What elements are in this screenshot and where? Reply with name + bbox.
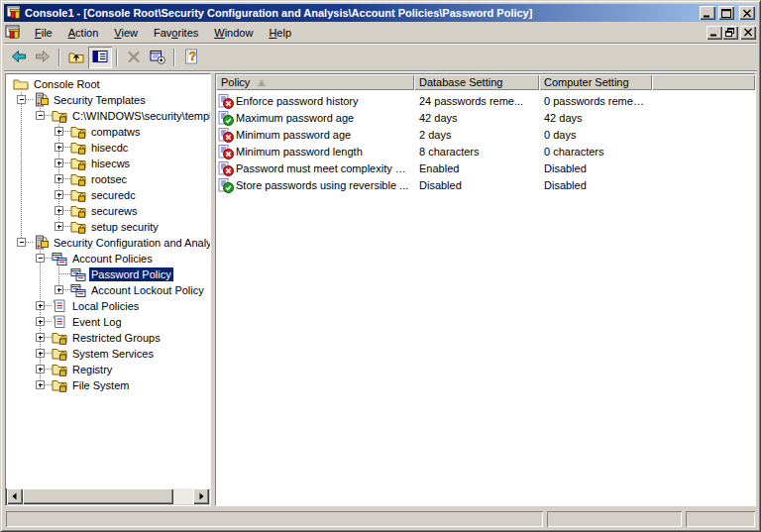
- menu-file[interactable]: File: [27, 24, 60, 42]
- tree-item-file-system[interactable]: File System: [6, 377, 210, 393]
- tree-item-restricted-groups[interactable]: Restricted Groups: [6, 330, 210, 346]
- tree-expander-minus[interactable]: [33, 251, 52, 266]
- tree-item-account-lockout-policy[interactable]: Account Lockout Policy: [6, 282, 210, 298]
- tree-item-password-policy[interactable]: Password Policy: [6, 266, 210, 282]
- tree-connector: [14, 251, 33, 266]
- tree-item-label: securedc: [89, 188, 138, 202]
- help-button[interactable]: ?: [179, 47, 203, 68]
- tree-item-label: hisecws: [89, 157, 132, 170]
- folder-lock-icon: [52, 362, 67, 377]
- tree-item-securews[interactable]: securews: [6, 203, 210, 219]
- tree-item-label: securews: [89, 204, 139, 218]
- policy-name: Maximum password age: [236, 112, 354, 124]
- tree-item-c-windows-security-templates[interactable]: C:\WINDOWS\security\templates: [6, 108, 210, 124]
- tree-expander-plus[interactable]: [52, 187, 70, 203]
- tree-connector: [14, 140, 33, 156]
- minimize-button[interactable]: [700, 6, 715, 20]
- tree-expander-plus[interactable]: [33, 330, 52, 346]
- policy-group-icon: [70, 266, 86, 282]
- policy-row-enforce-password-history[interactable]: Enforce password history24 passwords rem…: [216, 92, 755, 109]
- export-list-icon: [150, 49, 165, 66]
- tree-item-label: Console Root: [32, 77, 102, 91]
- tree-connector: [14, 298, 33, 314]
- tree-item-account-policies[interactable]: Account Policies: [6, 251, 210, 266]
- child-close-button[interactable]: [740, 26, 756, 40]
- export-list-button[interactable]: [146, 47, 169, 68]
- policy-mismatch-icon: [218, 160, 234, 176]
- forward-button[interactable]: [31, 47, 54, 68]
- tree-item-compatws[interactable]: compatws: [6, 124, 210, 140]
- menu-view[interactable]: View: [106, 24, 146, 42]
- close-button[interactable]: [739, 6, 755, 20]
- tree-connector: [33, 187, 52, 203]
- back-button[interactable]: [7, 47, 31, 68]
- computer-setting-value: 42 days: [539, 112, 652, 124]
- column-header-filler: [652, 74, 755, 90]
- tree-item-setup-security[interactable]: setup security: [6, 219, 210, 235]
- tree-item-hisecws[interactable]: hisecws: [6, 156, 210, 171]
- scroll-right-button[interactable]: [193, 488, 209, 504]
- show-hide-console-tree-button[interactable]: [88, 47, 112, 68]
- scroll-icon: [52, 298, 67, 314]
- tree-item-local-policies[interactable]: Local Policies: [6, 298, 210, 314]
- policy-match-icon: [218, 110, 234, 126]
- tree-item-security-configuration-and-analysis[interactable]: Security Configuration and Analysis: [6, 235, 210, 251]
- delete-button[interactable]: [122, 47, 146, 68]
- child-restore-button[interactable]: [722, 26, 738, 40]
- tree-item-system-services[interactable]: System Services: [6, 346, 210, 362]
- policy-row-minimum-password-length[interactable]: Minimum password length8 characters0 cha…: [216, 143, 755, 160]
- menu-help[interactable]: Help: [261, 24, 299, 42]
- scrollbar-thumb[interactable]: [23, 488, 173, 504]
- column-header-policy[interactable]: Policy: [216, 74, 414, 90]
- results-list-panel: PolicyDatabase SettingComputer Setting E…: [215, 73, 756, 506]
- policy-name: Store passwords using reversible ...: [236, 179, 408, 191]
- policy-name: Minimum password age: [236, 129, 351, 141]
- tree-item-registry[interactable]: Registry: [6, 362, 210, 377]
- database-setting-value: 8 characters: [414, 146, 539, 158]
- tree-connector: [14, 362, 33, 377]
- tree-expander-plus[interactable]: [33, 298, 52, 314]
- tree-expander-minus[interactable]: [14, 92, 33, 108]
- scrollbar-track[interactable]: [173, 488, 193, 504]
- tree-expander-plus[interactable]: [52, 219, 70, 235]
- tree-expander-plus[interactable]: [52, 140, 70, 156]
- policy-name: Enforce password history: [236, 95, 359, 107]
- menu-favorites[interactable]: Favorites: [146, 24, 206, 42]
- tree-expander-plus[interactable]: [52, 156, 70, 171]
- tree-expander-plus[interactable]: [52, 282, 70, 298]
- tree-item-securedc[interactable]: securedc: [6, 187, 210, 203]
- folder-lock-icon: [70, 140, 86, 156]
- up-one-level-button[interactable]: [64, 47, 88, 68]
- tree-item-label: Account Lockout Policy: [89, 283, 206, 297]
- policy-row-maximum-password-age[interactable]: Maximum password age42 days42 days: [216, 109, 755, 126]
- tree-expander-minus[interactable]: [33, 108, 52, 124]
- policy-row-store-passwords-using-reversible[interactable]: Store passwords using reversible ...Disa…: [216, 176, 755, 193]
- tree-item-rootsec[interactable]: rootsec: [6, 171, 210, 187]
- tree-connector: [14, 219, 33, 235]
- tree-expander-plus[interactable]: [52, 203, 70, 219]
- menu-window[interactable]: Window: [206, 24, 261, 42]
- tree-expander-plus[interactable]: [33, 362, 52, 377]
- tree-item-label: File System: [70, 378, 131, 392]
- tree-item-hisecdc[interactable]: hisecdc: [6, 140, 210, 156]
- child-minimize-button[interactable]: [707, 26, 722, 40]
- column-header-computer-setting[interactable]: Computer Setting: [539, 74, 652, 90]
- tree-item-event-log[interactable]: Event Log: [6, 314, 210, 330]
- scroll-left-button[interactable]: [7, 488, 23, 504]
- tree-expander-plus[interactable]: [52, 124, 70, 140]
- tree-item-console-root[interactable]: Console Root: [6, 76, 210, 92]
- folder-lock-icon: [52, 108, 67, 124]
- tree-expander-minus[interactable]: [14, 235, 33, 251]
- maximize-button[interactable]: [718, 6, 734, 20]
- tree-expander-plus[interactable]: [33, 314, 52, 330]
- tree-item-security-templates[interactable]: Security Templates: [6, 92, 210, 108]
- policy-row-password-must-meet-complexity-re[interactable]: Password must meet complexity re...Enabl…: [216, 160, 755, 176]
- tree-expander-plus[interactable]: [33, 346, 52, 362]
- policy-row-minimum-password-age[interactable]: Minimum password age2 days0 days: [216, 126, 755, 143]
- tree-expander-plus[interactable]: [52, 171, 70, 187]
- tree-horizontal-scrollbar[interactable]: [7, 488, 209, 504]
- tree-expander-plus[interactable]: [33, 377, 52, 393]
- column-header-database-setting[interactable]: Database Setting: [414, 74, 539, 90]
- up-one-level-icon: [68, 49, 84, 66]
- menu-action[interactable]: Action: [60, 24, 107, 42]
